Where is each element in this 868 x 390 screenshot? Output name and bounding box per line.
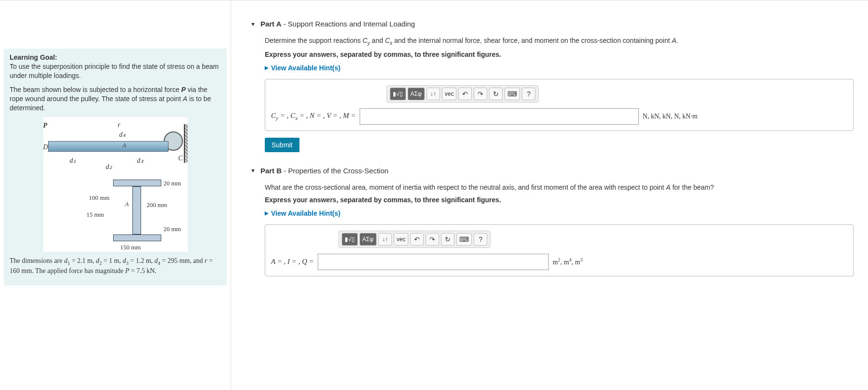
- figure-label-P: P: [43, 122, 48, 130]
- dim-150mm: 150 mm: [120, 244, 141, 251]
- figure-label-d4: d₄: [119, 130, 126, 139]
- part-a-variables: Cy = , Cx = , N = , V = , M =: [271, 112, 356, 121]
- part-a-answer-box: ▮√▯ ΑΣφ ↓↑ vec ↶ ↷ ↻ ⌨ ? Cy = , Cx = , N…: [265, 79, 854, 131]
- dim-20mm-top: 20 mm: [164, 180, 181, 187]
- part-b-instructions: What are the cross-sectional area, momen…: [265, 183, 854, 191]
- redo-icon[interactable]: ↷: [474, 88, 487, 100]
- learning-goal-box: Learning Goal: To use the superposition …: [4, 49, 227, 286]
- part-b-hints-toggle[interactable]: View Available Hint(s): [265, 209, 854, 217]
- learning-goal-label: Learning Goal:: [10, 53, 221, 61]
- dim-20mm-bot: 20 mm: [164, 225, 181, 233]
- figure-label-A: A: [123, 142, 126, 149]
- dimensions-text: The dimensions are d1 = 2.1 m, d2 = 1 m,…: [10, 257, 221, 276]
- dim-15mm: 15 mm: [87, 211, 104, 219]
- part-a-hints-toggle[interactable]: View Available Hint(s): [265, 64, 854, 72]
- learning-goal-text: To use the superposition principle to fi…: [10, 62, 221, 80]
- part-a-submit-button[interactable]: Submit: [265, 138, 299, 152]
- subsup-button[interactable]: ↓↑: [427, 88, 440, 100]
- hints-label: View Available Hint(s): [271, 64, 340, 72]
- section-point-A: A: [125, 200, 129, 208]
- part-a-answer-input[interactable]: [360, 108, 639, 125]
- dim-100mm: 100 mm: [89, 194, 110, 202]
- figure-label-d3: d₃: [137, 156, 143, 165]
- vec-button[interactable]: vec: [394, 233, 409, 246]
- undo-icon[interactable]: ↶: [410, 233, 424, 246]
- part-b-variables: A = , I = , Q =: [271, 258, 314, 266]
- part-b-body: What are the cross-sectional area, momen…: [265, 183, 854, 276]
- part-b-units: m2, m4, m3: [553, 257, 583, 266]
- figure-label-D: D: [43, 143, 48, 151]
- greek-button[interactable]: ΑΣφ: [408, 88, 425, 100]
- templates-button[interactable]: ▮√▯: [390, 88, 406, 100]
- part-b-title: Part B - Properties of the Cross-Section: [260, 167, 389, 175]
- help-icon[interactable]: ?: [522, 88, 535, 100]
- part-b-answer-input[interactable]: [318, 254, 549, 270]
- part-b-toolbar: ▮√▯ ΑΣφ ↓↑ vec ↶ ↷ ↻ ⌨ ?: [338, 231, 491, 248]
- part-a-units: N, kN, kN, N, kN·m: [643, 113, 698, 120]
- hints-label: View Available Hint(s): [271, 209, 340, 217]
- figure-label-d2: d₂: [106, 163, 112, 171]
- part-b-express: Express your answers, separated by comma…: [265, 196, 854, 204]
- right-panel: ▼ Part A - Support Reactions and Interna…: [231, 0, 868, 390]
- redo-icon[interactable]: ↷: [426, 233, 439, 246]
- part-b-header[interactable]: ▼ Part B - Properties of the Cross-Secti…: [250, 167, 854, 175]
- left-panel: Learning Goal: To use the superposition …: [0, 0, 231, 390]
- help-icon[interactable]: ?: [474, 233, 487, 246]
- part-a-instructions: Determine the support reactions Cy and C…: [265, 37, 854, 46]
- vec-button[interactable]: vec: [442, 88, 457, 100]
- dim-200mm: 200 mm: [147, 201, 168, 209]
- keyboard-icon[interactable]: ⌨: [456, 233, 472, 246]
- part-a-title: Part A - Support Reactions and Internal …: [260, 20, 415, 28]
- problem-figure: P D A C r d₁ d₂ d₃ d₄ 100 mm 15 mm 200 m…: [43, 117, 188, 252]
- templates-button[interactable]: ▮√▯: [342, 233, 358, 246]
- caret-down-icon: ▼: [250, 168, 256, 173]
- figure-label-d1: d₁: [70, 156, 76, 165]
- caret-down-icon: ▼: [250, 21, 256, 27]
- keyboard-icon[interactable]: ⌨: [505, 88, 520, 100]
- figure-label-r: r: [118, 121, 120, 129]
- subsup-button[interactable]: ↓↑: [378, 233, 392, 246]
- part-a-header[interactable]: ▼ Part A - Support Reactions and Interna…: [250, 20, 854, 28]
- part-a-express: Express your answers, separated by comma…: [265, 51, 854, 58]
- cross-section-figure: 100 mm 15 mm 200 mm 20 mm 20 mm 150 mm A: [87, 172, 183, 252]
- greek-button[interactable]: ΑΣφ: [360, 233, 376, 246]
- reset-icon[interactable]: ↻: [441, 233, 454, 246]
- figure-label-C: C: [178, 155, 182, 162]
- undo-icon[interactable]: ↶: [458, 88, 472, 100]
- reset-icon[interactable]: ↻: [489, 88, 503, 100]
- part-b-answer-box: ▮√▯ ΑΣφ ↓↑ vec ↶ ↷ ↻ ⌨ ? A = , I = , Q =…: [265, 224, 854, 276]
- problem-setup: The beam shown below is subjected to a h…: [10, 85, 221, 113]
- part-a-toolbar: ▮√▯ ΑΣφ ↓↑ vec ↶ ↷ ↻ ⌨ ?: [387, 85, 539, 103]
- part-a-body: Determine the support reactions Cy and C…: [265, 37, 854, 152]
